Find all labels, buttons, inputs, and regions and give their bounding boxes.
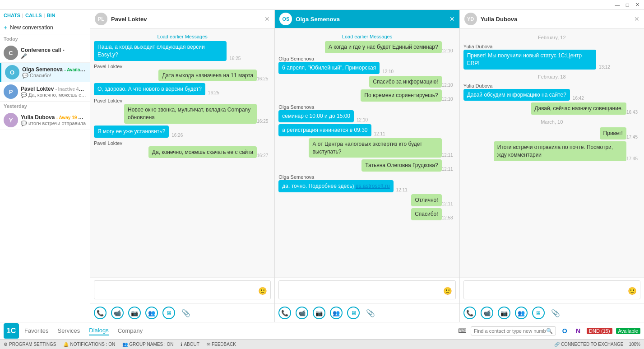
header-name-olga[interactable]: Olga Semenova <box>292 16 445 23</box>
new-conversation-button[interactable]: + New conversation <box>0 21 90 34</box>
zoom-label: 100% <box>629 342 640 347</box>
msg-bubble: Паша, а когда выходит следующая версии E… <box>94 41 227 61</box>
table-row: А когда и где у нас будет Единый семинар… <box>278 41 455 53</box>
screen-button-yulia[interactable]: 🖥 <box>532 307 545 319</box>
chat-messages-olga[interactable]: Load earlier Messages А когда и где у на… <box>275 28 459 277</box>
table-row: По времени сориентируешь? 12:10 <box>278 89 455 102</box>
nav-tabs: Favorites Services Dialogs Company <box>24 326 457 335</box>
msg-time: 16:25 <box>229 56 241 61</box>
msg-time: 12:58 <box>442 215 453 220</box>
msg-time: 17:45 <box>626 135 638 140</box>
table-row: Итоги встречи отправила по почте. Посмот… <box>463 141 640 161</box>
table-row: Спасибо! 12:58 <box>278 208 455 220</box>
chat-input-olga[interactable] <box>278 280 455 299</box>
msg-time: 12:11 <box>396 187 408 192</box>
attach-button-olga[interactable]: 📎 <box>364 307 377 319</box>
emoji-button-pavel[interactable]: 🙂 <box>258 286 267 295</box>
load-earlier-olga[interactable]: Load earlier Messages <box>278 32 455 41</box>
close-panel3-button[interactable]: ✕ <box>634 15 639 23</box>
chat-item-conf[interactable]: C Conference call - 🎤 <box>0 43 90 63</box>
outlook-button[interactable]: O <box>560 326 570 336</box>
table-row: Привет! Мы получили новый статус 1С:Цент… <box>463 50 640 70</box>
msg-time: 12:11 <box>442 201 453 206</box>
feedback-label: FEEDBACK <box>212 342 236 347</box>
search-input[interactable] <box>474 328 546 334</box>
minimize-button[interactable]: — <box>614 2 621 8</box>
sender-label: Olga Semenova <box>278 55 455 62</box>
msg-bubble: 6 апреля, "Юбилейный", Приморская <box>278 62 380 74</box>
chat-input-yulia[interactable] <box>463 280 640 299</box>
new-conv-icon: + <box>4 24 7 31</box>
attach-button-yulia[interactable]: 📎 <box>549 307 562 319</box>
close-panel1-button[interactable]: ✕ <box>264 15 270 23</box>
msg-bubble: Давай, сейчас назначу совещание. <box>531 102 626 115</box>
section-yesterday: Yesterday <box>0 102 90 111</box>
date-label-feb18: February, 18 <box>463 71 640 82</box>
close-button[interactable]: ✕ <box>634 2 640 8</box>
chat-item-yulia[interactable]: Y Yulia Dubova - Away 19 mins 💬 итоги вс… <box>0 111 90 130</box>
msg-bubble: Дата выхода назначена на 11 марта <box>158 70 257 82</box>
onenote-button[interactable]: N <box>573 326 583 336</box>
table-row: семинар с 10:00 и до 15:00 12:10 <box>278 110 455 122</box>
group-button-pavel[interactable]: 👥 <box>145 307 158 319</box>
feedback-item[interactable]: ✉ FEEDBACK <box>207 342 236 347</box>
group-button-olga[interactable]: 👥 <box>330 307 343 319</box>
top-bar: — □ ✕ <box>0 0 644 10</box>
program-settings-item[interactable]: ⚙ PROGRAM SETTINGS <box>4 342 56 347</box>
emoji-button-yulia[interactable]: 🙂 <box>628 286 637 295</box>
dnd-status-button[interactable]: DND (15) <box>587 328 612 334</box>
group-names-item[interactable]: 👥 GROUP NAMES : ON <box>122 342 173 347</box>
msg-bubble: Отлично! <box>411 194 441 206</box>
main-area: CHATS | CALLS | BIN + New conversation T… <box>0 10 644 322</box>
table-row: а регистрация начинается в 09:30 12:11 <box>278 124 455 136</box>
chat-item-pavel[interactable]: P Pavel Loktev - Inactive 40 mins 💬 Да, … <box>0 82 90 102</box>
phone-button-yulia[interactable]: 📞 <box>463 307 476 319</box>
msg-bubble: Привет! Мы получили новый статус 1С:Цент… <box>463 50 596 70</box>
phone-button-pavel[interactable]: 📞 <box>94 307 107 319</box>
msg-bubble: Привет! <box>600 127 626 140</box>
chat-messages-pavel[interactable]: Load earlier Messages Паша, а когда выхо… <box>90 28 274 277</box>
sender-label: Pavel Loktev <box>94 63 271 70</box>
video-button-olga[interactable]: 📹 <box>296 307 308 319</box>
nav-bin[interactable]: BIN <box>46 13 55 18</box>
video-button-yulia[interactable]: 📹 <box>481 307 493 319</box>
tab-favorites[interactable]: Favorites <box>24 326 48 335</box>
table-row: Привет! 17:45 <box>463 127 640 140</box>
attach-button-pavel[interactable]: 📎 <box>180 307 192 319</box>
screen-button-pavel[interactable]: 🖥 <box>162 307 175 319</box>
header-name-yulia[interactable]: Yulia Dubova <box>477 16 630 23</box>
status-bar: ⚙ PROGRAM SETTINGS 🔔 NOTIFICATIONS : ON … <box>0 339 644 349</box>
maximize-button[interactable]: □ <box>624 2 630 8</box>
header-avatar-yulia: YD <box>464 13 477 25</box>
phone-button-olga[interactable]: 📞 <box>278 307 291 319</box>
nav-calls[interactable]: CALLS <box>25 13 42 18</box>
search-box: 🔍 <box>471 326 556 335</box>
load-earlier-pavel[interactable]: Load earlier Messages <box>94 32 271 41</box>
camera-button-olga[interactable]: 📷 <box>313 307 325 319</box>
tab-company[interactable]: Company <box>118 326 143 335</box>
chat-item-olga[interactable]: O Olga Semenova - Available 💬 Спасибо! <box>0 63 90 82</box>
tab-dialogs[interactable]: Dialogs <box>89 326 108 335</box>
available-status-button[interactable]: Available <box>616 328 640 334</box>
header-name-pavel[interactable]: Pavel Loktev <box>107 16 261 23</box>
screen-button-olga[interactable]: 🖥 <box>347 307 360 319</box>
camera-button-yulia[interactable]: 📷 <box>498 307 510 319</box>
avatar-conf: C <box>4 46 18 60</box>
table-row: Да, конечно, можешь скачать ее с сайта 1… <box>94 146 271 158</box>
group-button-yulia[interactable]: 👥 <box>515 307 528 319</box>
camera-button-pavel[interactable]: 📷 <box>128 307 141 319</box>
chat-messages-yulia[interactable]: February, 12 Yulia Dubova Привет! Мы пол… <box>460 28 644 277</box>
notifications-item[interactable]: 🔔 NOTIFICATIONS : ON <box>63 342 115 347</box>
video-button-pavel[interactable]: 📹 <box>111 307 124 319</box>
chat-info-olga: Olga Semenova - Available 💬 Спасибо! <box>22 66 86 79</box>
app-icon: 1C <box>4 323 19 339</box>
emoji-button-olga[interactable]: 🙂 <box>443 286 452 295</box>
nav-chats[interactable]: CHATS <box>4 13 20 18</box>
dialpad-button[interactable]: ⌨ <box>457 326 467 336</box>
about-item[interactable]: ℹ ABOUT <box>181 342 199 347</box>
chat-input-pavel[interactable] <box>94 280 271 299</box>
close-panel2-button[interactable]: ✕ <box>449 15 455 23</box>
tab-services[interactable]: Services <box>57 326 80 335</box>
chat-name-yulia: Yulia Dubova - Away 19 mins <box>21 114 86 121</box>
link-astrosoft[interactable]: es.astrosoft.ru <box>356 183 390 189</box>
